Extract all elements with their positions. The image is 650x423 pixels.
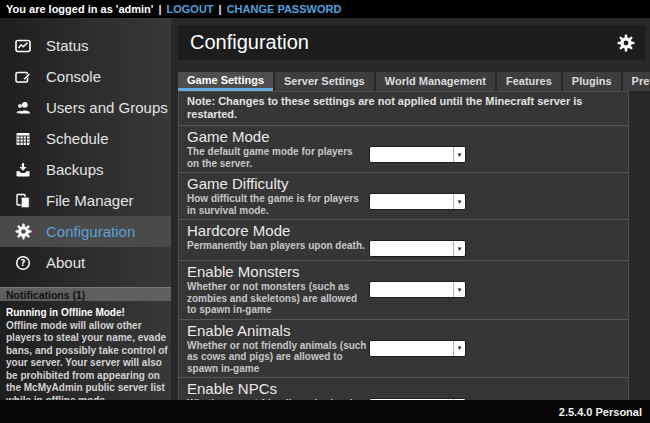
sidebar-item-console[interactable]: Console bbox=[0, 61, 171, 92]
chevron-down-icon: ▾ bbox=[453, 194, 465, 209]
gear-icon bbox=[14, 223, 32, 240]
setting-row-game-difficulty: Game Difficulty How difficult the game i… bbox=[179, 173, 628, 220]
svg-text:?: ? bbox=[21, 258, 26, 268]
game-difficulty-select[interactable]: ▾ bbox=[369, 193, 466, 210]
setting-title: Enable Monsters bbox=[187, 264, 620, 280]
notification-item: Running in Offline Mode! Offline mode wi… bbox=[0, 301, 171, 407]
setting-row-hardcore-mode: Hardcore Mode Permanently ban players up… bbox=[179, 220, 628, 261]
top-bar: You are logged in as 'admin' | LOGOUT | … bbox=[0, 0, 650, 18]
footer-bar: 2.5.4.0 Personal bbox=[0, 400, 650, 423]
sidebar: Status Console Users and Groups bbox=[0, 18, 171, 400]
setting-description: Permanently ban players upon death. bbox=[187, 240, 367, 252]
sidebar-nav: Status Console Users and Groups bbox=[0, 18, 171, 278]
question-icon: ? bbox=[14, 255, 32, 271]
setting-title: Game Mode bbox=[187, 129, 620, 145]
sidebar-item-label: Users and Groups bbox=[46, 99, 168, 116]
tab-game-settings[interactable]: Game Settings bbox=[178, 72, 273, 91]
enable-monsters-select[interactable]: ▾ bbox=[369, 281, 466, 298]
restart-note: Note: Changes to these settings are not … bbox=[179, 92, 628, 126]
separator: | bbox=[219, 3, 222, 15]
logout-link[interactable]: LOGOUT bbox=[167, 3, 214, 15]
sidebar-item-label: About bbox=[46, 254, 85, 271]
backups-icon bbox=[14, 162, 32, 178]
tab-plugins[interactable]: Plugins bbox=[563, 72, 621, 91]
setting-title: Enable NPCs bbox=[187, 381, 620, 397]
setting-description: How difficult the game is for players in… bbox=[187, 193, 367, 216]
change-password-link[interactable]: CHANGE PASSWORD bbox=[227, 3, 342, 15]
sidebar-item-label: Configuration bbox=[46, 223, 135, 240]
schedule-icon bbox=[14, 131, 32, 147]
notification-title: Running in Offline Mode! bbox=[6, 307, 168, 320]
sidebar-item-schedule[interactable]: Schedule bbox=[0, 123, 171, 154]
sidebar-item-label: Backups bbox=[46, 161, 104, 178]
status-icon bbox=[14, 38, 32, 54]
console-icon bbox=[14, 69, 32, 85]
version-text: 2.5.4.0 Personal bbox=[559, 406, 642, 418]
chevron-down-icon: ▾ bbox=[453, 147, 465, 162]
tab-preferences[interactable]: Preferences bbox=[623, 72, 650, 91]
sidebar-item-label: Status bbox=[46, 37, 89, 54]
sidebar-item-backups[interactable]: Backups bbox=[0, 154, 171, 185]
setting-row-enable-animals: Enable Animals Whether or not friendly a… bbox=[179, 320, 628, 379]
sidebar-item-label: File Manager bbox=[46, 192, 134, 209]
file-manager-icon bbox=[14, 193, 32, 209]
chevron-down-icon: ▾ bbox=[453, 341, 465, 356]
chevron-down-icon: ▾ bbox=[453, 282, 465, 297]
page-header: Configuration bbox=[178, 25, 645, 60]
sidebar-item-label: Console bbox=[46, 68, 101, 85]
setting-title: Game Difficulty bbox=[187, 176, 620, 192]
tab-server-settings[interactable]: Server Settings bbox=[275, 72, 374, 91]
settings-panel: Note: Changes to these settings are not … bbox=[178, 91, 629, 403]
settings-gear-icon[interactable] bbox=[617, 34, 635, 52]
game-mode-select[interactable]: ▾ bbox=[369, 146, 466, 163]
sidebar-item-status[interactable]: Status bbox=[0, 30, 171, 61]
page-title: Configuration bbox=[190, 31, 309, 54]
setting-row-game-mode: Game Mode The default game mode for play… bbox=[179, 126, 628, 173]
tab-features[interactable]: Features bbox=[497, 72, 561, 91]
setting-row-enable-monsters: Enable Monsters Whether or not monsters … bbox=[179, 261, 628, 320]
setting-description: The default game mode for players on the… bbox=[187, 146, 367, 169]
hardcore-mode-select[interactable]: ▾ bbox=[369, 240, 466, 257]
sidebar-item-file-manager[interactable]: File Manager bbox=[0, 185, 171, 216]
setting-description: Whether or not monsters (such as zombies… bbox=[187, 281, 367, 316]
enable-animals-select[interactable]: ▾ bbox=[369, 340, 466, 357]
users-icon bbox=[14, 100, 32, 116]
setting-title: Hardcore Mode bbox=[187, 223, 620, 239]
chevron-down-icon: ▾ bbox=[453, 241, 465, 256]
config-tabs: Game Settings Server Settings World Mana… bbox=[178, 72, 650, 91]
sidebar-item-configuration[interactable]: Configuration bbox=[0, 216, 171, 247]
notification-text: Offline mode will allow other players to… bbox=[6, 320, 168, 408]
separator: | bbox=[158, 3, 161, 15]
setting-description: Whether or not friendly animals (such as… bbox=[187, 340, 367, 375]
sidebar-item-about[interactable]: ? About bbox=[0, 247, 171, 278]
sidebar-item-label: Schedule bbox=[46, 130, 109, 147]
sidebar-item-users-and-groups[interactable]: Users and Groups bbox=[0, 92, 171, 123]
logged-in-text: You are logged in as 'admin' bbox=[6, 3, 153, 15]
tab-world-management[interactable]: World Management bbox=[376, 72, 495, 91]
setting-title: Enable Animals bbox=[187, 323, 620, 339]
notifications-header: Notifications (1) bbox=[0, 287, 171, 301]
